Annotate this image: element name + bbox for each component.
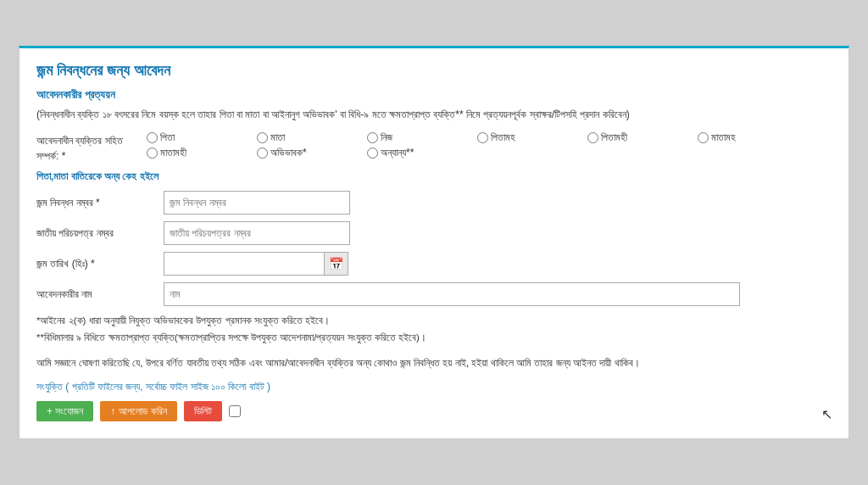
notice-text: (নিবন্ধনাধীন ব্যক্তি ১৮ বৎসরের নিমে বয়স… [36, 107, 832, 123]
name-input[interactable] [164, 282, 740, 306]
radio-pitamoh[interactable]: পিতামহ [477, 131, 579, 143]
radio-mata[interactable]: মাতা [257, 131, 359, 143]
attachment-label: সংযুক্তি ( প্রতিটি ফাইলের জন্য, সর্বোচ্চ… [36, 381, 832, 393]
radio-onyanyo[interactable]: অন্যান্য** [367, 147, 469, 159]
relation-options: পিতা মাতা নিজ পিতামহ পিতামহী [147, 131, 832, 159]
radio-nij[interactable]: নিজ [367, 131, 469, 143]
section-applicant-title: আবেদনকারীর প্রত্যয়ন [36, 88, 832, 102]
nid-label: জাতীয় পরিচয়পত্র নম্বর [36, 227, 164, 239]
other-person-label: পিতা,মাতা বাতিরেকে অন্য কেহ হইলে [36, 170, 832, 182]
declaration-text: আমি সজ্ঞানে ঘোষণা করিতেছি যে, উপরে বর্ণি… [36, 354, 832, 371]
add-button[interactable]: + সংযোজন [36, 401, 93, 421]
calendar-icon[interactable]: 📅 [325, 252, 348, 276]
dob-label: জন্ম তারিখ (হিঃ) * [36, 258, 164, 270]
birth-reg-label: জন্ম নিবন্ধন নম্বর * [36, 197, 164, 209]
name-label: আবেদনকারীর নাম [36, 288, 164, 300]
radio-matamoh[interactable]: মাতামহ [698, 131, 799, 143]
page-title: জন্ম নিবন্ধনের জন্য আবেদন [36, 62, 832, 80]
radio-pita[interactable]: পিতা [147, 131, 248, 143]
nid-input[interactable] [164, 221, 350, 245]
dob-input[interactable] [164, 252, 325, 276]
radio-ovibabak[interactable]: অভিভাবক* [257, 147, 359, 159]
footnote: *আইনের ২(ক) ধারা অনুযায়ী নিযুক্ত অভিভাব… [36, 313, 832, 346]
delete-button[interactable]: ডিলিট [184, 401, 222, 421]
relation-section: আবেদনাধীন ব্যক্তির সহিত সম্পর্ক: * পিতা … [36, 131, 832, 164]
birth-reg-input[interactable] [164, 191, 350, 215]
radio-pitamohi[interactable]: পিতামহী [587, 131, 689, 143]
delete-checkbox[interactable] [229, 405, 241, 417]
upload-button[interactable]: ↑ আপলোড করিন [100, 401, 176, 421]
name-row: আবেদনকারীর নাম [36, 282, 832, 306]
nid-row: জাতীয় পরিচয়পত্র নম্বর [36, 221, 832, 245]
upload-icon: ↑ [110, 405, 115, 417]
birth-reg-row: জন্ম নিবন্ধন নম্বর * [36, 191, 832, 215]
radio-matamohi[interactable]: মাতামহী [147, 147, 248, 159]
relation-label: আবেদনাধীন ব্যক্তির সহিত সম্পর্ক: * [36, 131, 147, 164]
action-buttons: + সংযোজন ↑ আপলোড করিন ডিলিট [36, 401, 832, 421]
dob-row: জন্ম তারিখ (হিঃ) * 📅 [36, 252, 832, 276]
